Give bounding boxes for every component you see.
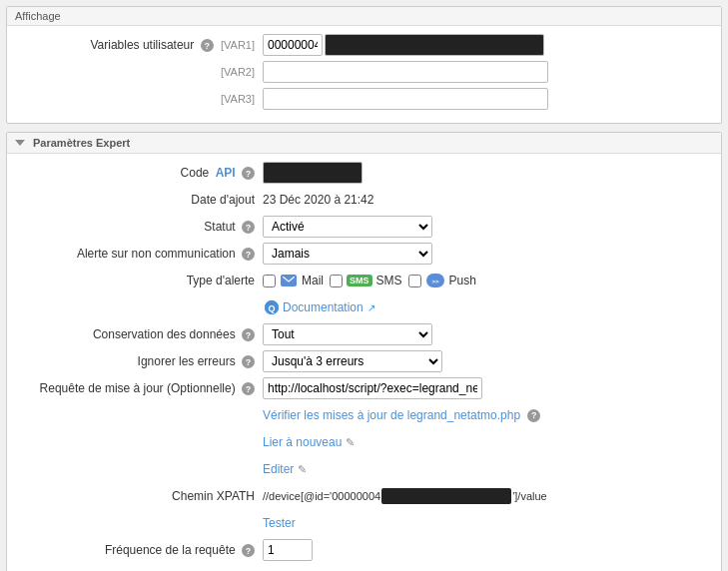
alerte-select[interactable]: Jamais 1 heure 6 heures 24 heures	[263, 243, 432, 265]
mail-label: Mail	[302, 274, 324, 287]
requete-label: Requête de mise à jour (Optionnelle) ?	[23, 381, 263, 396]
ignorer-select[interactable]: Jamais Jusqu'à 3 erreurs Toujours	[263, 350, 442, 372]
mail-checkbox-item: Mail	[263, 274, 324, 287]
date-ajout-value: 23 Déc 2020 à 21:42	[263, 191, 373, 209]
ignorer-row: Ignorer les erreurs ? Jamais Jusqu'à 3 e…	[23, 350, 705, 372]
var2-label: [VAR2]	[23, 65, 263, 79]
code-api-label: Code API ?	[23, 166, 263, 181]
api-word: API	[216, 166, 236, 180]
lier-row: Lier à nouveau ✎	[23, 431, 705, 453]
conservation-label: Conservation des données ?	[23, 327, 263, 342]
mail-icon	[281, 275, 297, 286]
requete-row: Requête de mise à jour (Optionnelle) ? h…	[23, 377, 705, 399]
statut-help-icon[interactable]: ?	[242, 221, 255, 234]
type-alerte-label: Type d'alerte	[23, 274, 263, 287]
sms-checkbox[interactable]	[330, 275, 343, 287]
documentation-row: Q Documentation ↗	[23, 296, 705, 318]
svg-text:>>: >>	[431, 279, 439, 285]
verifier-link[interactable]: Vérifier les mises à jour de legrand_net…	[263, 408, 520, 422]
sms-badge: SMS	[347, 275, 372, 286]
frequence-row: Fréquence de la requête ? 1	[23, 539, 705, 561]
var3-tag: [VAR3]	[221, 93, 255, 105]
push-icon: >>	[426, 274, 444, 287]
tester-link[interactable]: Tester	[263, 516, 296, 530]
var1-row: Variables utilisateur ? [VAR1]	[23, 34, 705, 56]
xpath-suffix: ']/value	[512, 488, 547, 504]
var1-label: Variables utilisateur ? [VAR1]	[23, 38, 263, 53]
verifier-help-icon[interactable]: ?	[527, 409, 540, 422]
tester-row: Tester	[23, 512, 705, 534]
lier-link[interactable]: Lier à nouveau	[263, 435, 342, 449]
date-ajout-row: Date d'ajout 23 Déc 2020 à 21:42	[23, 189, 705, 211]
frequence-label: Fréquence de la requête ?	[23, 543, 263, 558]
affichage-section: Affichage Variables utilisateur ? [VAR1]…	[6, 6, 722, 124]
code-api-row: Code API ?	[23, 162, 705, 184]
xpath-label: Chemin XPATH	[23, 489, 263, 503]
var3-label: [VAR3]	[23, 92, 263, 106]
verifier-row: Vérifier les mises à jour de legrand_net…	[23, 404, 705, 426]
statut-select[interactable]: Activé Désactivé	[263, 216, 432, 238]
doc-icon: Q	[265, 300, 279, 314]
params-section: Paramètres Expert Code API ? Date d'ajou…	[6, 132, 722, 571]
sms-label: SMS	[376, 274, 402, 287]
params-title: Paramètres Expert	[33, 137, 130, 149]
mail-checkbox[interactable]	[263, 275, 276, 287]
var2-row: [VAR2]	[23, 61, 705, 83]
lier-pencil-icon[interactable]: ✎	[346, 436, 355, 449]
sms-checkbox-item: SMS SMS	[330, 274, 402, 287]
var1-tag: [VAR1]	[221, 39, 255, 51]
var2-input[interactable]	[263, 61, 548, 83]
date-ajout-label: Date d'ajout	[23, 193, 263, 207]
xpath-row: Chemin XPATH //device[@id='00000004 ']/v…	[23, 485, 705, 507]
json-xml-row: Convertir le JSON en XML ?	[23, 566, 705, 571]
push-label: Push	[449, 274, 476, 287]
ignorer-help-icon[interactable]: ?	[242, 355, 255, 368]
alerte-label: Alerte sur non communication ?	[23, 247, 263, 262]
push-checkbox[interactable]	[408, 275, 421, 287]
alerte-row: Alerte sur non communication ? Jamais 1 …	[23, 243, 705, 265]
var3-row: [VAR3]	[23, 88, 705, 110]
editer-link[interactable]: Editer	[263, 462, 294, 476]
documentation-link[interactable]: Q Documentation ↗	[263, 300, 375, 314]
frequence-help-icon[interactable]: ?	[242, 544, 255, 557]
requete-help-icon[interactable]: ?	[242, 382, 255, 395]
collapse-triangle-icon[interactable]	[15, 140, 25, 146]
frequence-input[interactable]: 1	[263, 539, 313, 561]
var1-masked-input[interactable]	[325, 34, 544, 56]
statut-row: Statut ? Activé Désactivé	[23, 216, 705, 238]
affichage-title: Affichage	[15, 10, 61, 22]
xpath-masked	[381, 488, 511, 504]
conservation-help-icon[interactable]: ?	[242, 328, 255, 341]
xpath-prefix: //device[@id='00000004	[263, 488, 380, 504]
var3-input[interactable]	[263, 88, 548, 110]
var2-tag: [VAR2]	[221, 66, 255, 78]
external-link-icon: ↗	[367, 302, 375, 313]
var1-prefix-input[interactable]	[263, 34, 323, 56]
svg-text:Q: Q	[268, 303, 275, 313]
requete-input[interactable]: http://localhost/script/?exec=legrand_ne…	[263, 377, 482, 399]
conservation-select[interactable]: Tout 1 mois 3 mois 6 mois 1 an	[263, 323, 432, 345]
type-alerte-checkboxes: Mail SMS SMS >> Push	[263, 274, 476, 287]
code-api-help-icon[interactable]: ?	[242, 167, 255, 180]
ignorer-label: Ignorer les erreurs ?	[23, 354, 263, 369]
affichage-header: Affichage	[7, 7, 721, 26]
push-checkbox-item: >> Push	[408, 274, 476, 287]
params-header: Paramètres Expert	[7, 133, 721, 154]
documentation-label: Documentation	[283, 300, 364, 314]
type-alerte-row: Type d'alerte Mail SMS SMS	[23, 270, 705, 291]
editer-row: Editer ✎	[23, 458, 705, 480]
statut-label: Statut ?	[23, 220, 263, 235]
editer-pencil-icon[interactable]: ✎	[298, 463, 307, 476]
params-body: Code API ? Date d'ajout 23 Déc 2020 à 21…	[7, 154, 721, 571]
conservation-row: Conservation des données ? Tout 1 mois 3…	[23, 323, 705, 345]
code-api-input[interactable]	[263, 162, 363, 184]
var1-help-icon[interactable]: ?	[201, 39, 214, 52]
alerte-help-icon[interactable]: ?	[242, 248, 255, 261]
